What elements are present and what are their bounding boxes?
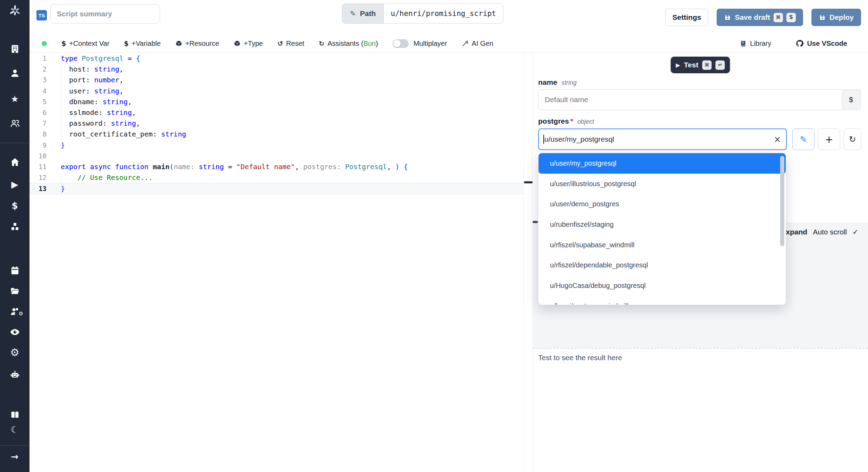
multiplayer-toggle[interactable] (393, 39, 409, 48)
logs-resize-handle[interactable] (533, 221, 538, 223)
code-line[interactable]: 11export async function main(name: strin… (30, 162, 524, 172)
resource-picker-input[interactable]: u/user/my_postgresql (538, 129, 787, 150)
dropdown-option[interactable]: u/henri/postgres_windmill (539, 296, 786, 305)
runs-play-icon[interactable]: ▶ (0, 179, 30, 190)
cube-icon (175, 40, 182, 47)
line-number: 11 (30, 162, 56, 172)
folders-icon[interactable] (0, 285, 30, 297)
context-var-label: +Context Var (69, 40, 109, 48)
s-key-badge: S (786, 13, 796, 22)
script-path-value[interactable]: u/henri/promising_script (383, 3, 503, 24)
field-type: object (577, 118, 594, 125)
star-icon[interactable]: ★ (0, 93, 30, 105)
resource-label: +Resource (185, 40, 219, 48)
panel-splitter[interactable] (524, 52, 533, 472)
add-context-var-button[interactable]: $ +Context Var (61, 40, 109, 48)
code-line[interactable]: 7 password: string, (30, 118, 524, 129)
dropdown-option[interactable]: u/user/demo_postgres (539, 194, 786, 214)
variable-label: +Variable (132, 40, 161, 48)
line-number: 13 (30, 183, 56, 194)
cmd-key-badge: ⌘ (774, 13, 783, 22)
ai-gen-button[interactable]: AI Gen (462, 40, 493, 48)
clear-icon[interactable]: × (774, 129, 781, 150)
assistants-button[interactable]: ↻ Assistants (Bun) (319, 40, 378, 48)
resources-cubes-icon[interactable] (0, 221, 30, 233)
settings-gear-icon[interactable]: ⚙ (0, 346, 30, 358)
windmill-logo-icon[interactable] (0, 5, 30, 17)
name-value-input[interactable] (538, 89, 861, 110)
edit-resource-button[interactable]: ✎ (792, 129, 815, 150)
code-line[interactable]: 1type Postgresql = { (30, 53, 524, 64)
dropdown-option[interactable]: u/rfiszel/dependable_postgresql (539, 255, 786, 275)
code-editor[interactable]: 1type Postgresql = {2 host: string,3 por… (30, 52, 524, 472)
code-line[interactable]: 5 dbname: string, (30, 97, 524, 107)
reset-label: Reset (286, 40, 304, 48)
edit-path-button[interactable]: ✎ Path (342, 3, 383, 24)
line-number: 7 (30, 118, 56, 129)
code-line[interactable]: 12 // Use Resource... (30, 172, 524, 183)
reset-button[interactable]: ↺ Reset (277, 40, 304, 48)
multiplayer-label: Multiplayer (414, 40, 447, 48)
path-label: Path (360, 9, 376, 18)
variables-dollar-icon[interactable]: $ (0, 200, 30, 212)
code-line[interactable]: 8 root_certificate_pem: string (30, 129, 524, 140)
line-number: 12 (30, 172, 56, 183)
workers-robot-icon[interactable] (0, 369, 30, 381)
status-dot (42, 41, 47, 46)
editor-resize-handle[interactable] (524, 181, 533, 183)
preview-panel: ▶ Test ⌘ ↵ name string $ postgres * obje… (533, 52, 868, 472)
code-line[interactable]: 10 (30, 151, 524, 162)
line-number: 4 (30, 86, 56, 97)
dropdown-option[interactable]: u/HugoCasa/debug_postgresql (539, 275, 786, 296)
sidebar-divider (0, 143, 30, 143)
dropdown-option[interactable]: u/user/my_postgresql (539, 153, 786, 174)
plus-icon: + (825, 134, 833, 145)
use-vscode-button[interactable]: Use VScode (795, 39, 847, 48)
line-number: 10 (30, 151, 56, 162)
sidebar-divider (0, 445, 30, 446)
library-button[interactable]: Library (740, 40, 771, 48)
add-variable-button[interactable]: $ +Variable (124, 40, 161, 48)
dropdown-option[interactable]: u/rubenfiszel/staging (539, 214, 786, 235)
result-placeholder: Test to see the result here (533, 349, 868, 362)
user-icon[interactable] (0, 67, 30, 79)
indent-guide (61, 173, 61, 184)
dropdown-items: u/user/my_postgresqlu/user/illustrious_p… (539, 153, 786, 305)
field-type: string (561, 79, 577, 86)
code-line[interactable]: 4 user: string, (30, 86, 524, 97)
groups-admin-icon[interactable]: ⚙ (0, 306, 30, 317)
path-group: ✎ Path u/henri/promising_script (342, 3, 503, 24)
dropdown-option[interactable]: u/user/illustrious_postgresql (539, 174, 786, 194)
dropdown-scrollbar[interactable] (780, 156, 784, 246)
docs-book-icon[interactable] (0, 409, 30, 421)
dark-mode-moon-icon[interactable]: ☾ (0, 424, 30, 436)
cmd-key-badge: ⌘ (702, 60, 711, 70)
add-resource-button[interactable]: + (818, 129, 840, 150)
expand-sidebar-arrow-icon[interactable]: → (0, 451, 30, 463)
deploy-button[interactable]: Deploy (811, 9, 861, 26)
add-resource-button[interactable]: +Resource (175, 40, 219, 48)
code-line[interactable]: 9} (30, 140, 524, 151)
code-line[interactable]: 13} (30, 183, 524, 194)
assistants-label: Assistants (Bun) (327, 40, 378, 48)
add-type-button[interactable]: +Type (234, 40, 263, 48)
insert-variable-dollar-button[interactable]: $ (842, 90, 860, 109)
script-summary-input[interactable] (50, 4, 160, 24)
library-book-icon (740, 40, 747, 47)
workspace-building-icon[interactable] (0, 43, 30, 55)
save-draft-button[interactable]: Save draft ⌘ S (717, 9, 803, 26)
settings-button[interactable]: Settings (665, 9, 709, 26)
code-line[interactable]: 2 host: string, (30, 64, 524, 75)
test-label: Test (684, 61, 699, 69)
home-icon[interactable] (0, 156, 30, 168)
line-number: 8 (30, 129, 56, 140)
test-button[interactable]: ▶ Test ⌘ ↵ (671, 57, 730, 73)
refresh-resources-button[interactable]: ↻ (844, 129, 861, 150)
autoscroll-toggle[interactable]: Auto scroll (813, 228, 847, 236)
users-group-icon[interactable] (0, 117, 30, 129)
schedules-calendar-icon[interactable] (0, 265, 30, 276)
code-line[interactable]: 3 port: number, (30, 75, 524, 85)
dropdown-option[interactable]: u/rfiszel/supabase_windmill (539, 235, 786, 255)
code-line[interactable]: 6 sslmode: string, (30, 107, 524, 118)
audit-eye-icon[interactable] (0, 326, 30, 338)
